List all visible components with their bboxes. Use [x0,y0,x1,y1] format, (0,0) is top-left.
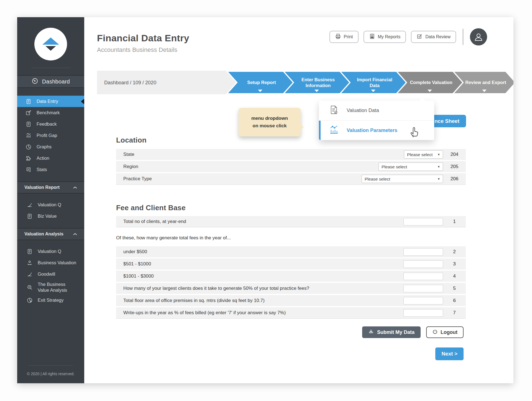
sidebar-item-benchmark[interactable]: Benchmark [17,107,84,118]
region-select[interactable]: Please select [378,163,443,171]
sidebar-item-label: Action [37,156,49,161]
table-row-state: State Please select ▼ 204 [116,149,466,160]
next-row: Next > [116,347,466,360]
report-icon [369,33,375,40]
sidebar-item-label: Goodwill [38,271,55,277]
fee-input-4[interactable] [403,273,443,280]
step-label: Enter Business Information [295,71,341,94]
fee-input-5[interactable] [403,285,443,292]
sidebar-item-valuation-q-report[interactable]: Valuation Q [17,199,84,210]
valuation-report-items: Valuation Q Biz Value [17,194,84,222]
valuation-parameters-chart-icon [329,125,339,136]
sidebar-item-label: Stats [37,167,47,172]
sidebar-item-action[interactable]: Action [17,153,84,164]
fee-input-2[interactable] [403,248,443,256]
state-select[interactable]: Please select [404,150,443,159]
state-select-wrap: Please select ▼ [404,150,443,159]
breadcrumb: Dashboard / 109 / 2020 [104,80,156,85]
sidebar-section-valuation-analysis[interactable]: Valuation Analysis [17,228,84,240]
bar-chart-icon [25,133,32,138]
total-clients-input[interactable] [403,218,443,225]
region-select-wrap: Please select ▼ [378,163,443,171]
divider [463,29,463,45]
sidebar-item-label: Valuation Q [38,202,61,207]
practice-type-select-wrap: Please select ▼ [362,175,443,183]
tooltip-line1: menu dropdown [251,115,288,122]
sidebar-item-business-valuation[interactable]: Business Valuation [17,257,84,268]
sidebar-item-business-value-analysis[interactable]: The Business Value Analysis [17,280,84,295]
submit-label: Submit My Data [377,329,415,335]
total-clients-table: Total no of clients, at year-end 1 [116,216,466,227]
sidebar-item-graphs[interactable]: Graphs [17,141,84,153]
sidebar-item-dashboard[interactable]: Dashboard [17,75,84,88]
next-button[interactable]: Next > [435,347,464,360]
my-reports-label: My Reports [378,34,401,39]
table-row-largest-clients: How many of your largest clients does it… [116,283,466,294]
page-subtitle: Accountants Business Details [97,46,513,54]
sidebar-item-exit-strategy[interactable]: Exit Strategy [17,295,84,306]
sidebar-nav: Data Entry Benchmark Feedback Profit G [17,88,84,175]
logo-icon [34,28,67,60]
chevron-up-icon [73,232,77,237]
sidebar-item-label: Valuation Q [38,249,61,254]
curve-icon [27,202,33,208]
practice-type-select[interactable]: Please select [362,175,443,183]
menu-item-valuation-data[interactable]: Valuation Data [319,101,434,120]
step-review-and-export[interactable]: Review and Export [452,71,513,94]
row-label: Total no of clients, at year-end [123,219,186,224]
breadcrumb-band: Dashboard / 109 / 2020 Setup Report Ente… [97,71,485,94]
row-ref-number: 6 [443,298,466,303]
table-row-total-clients: Total no of clients, at year-end 1 [116,216,466,227]
copyright-text: © 2020 | All rights reserved. [17,372,84,376]
fee-input-3[interactable] [403,260,443,268]
sidebar-item-goodwill[interactable]: Goodwill [17,268,84,280]
row-ref-number: 2 [443,249,466,255]
annotation-tooltip: menu dropdown on mouse click [239,108,301,136]
sidebar-item-biz-value[interactable]: Biz Value [17,210,84,222]
table-row-write-ups: Write-ups in the year as % of fees bille… [116,307,466,318]
table-row-1001-3000: $1001 - $3000 4 [116,271,466,282]
row-label: State [123,152,134,157]
sidebar-footer: © 2020 | All rights reserved. [17,365,84,383]
location-table: State Please select ▼ 204 Region Please … [116,149,466,185]
step-label: Complete Valuation [408,71,454,94]
data-review-button[interactable]: Data Review [411,31,456,43]
menu-item-label: Valuation Data [347,108,379,113]
sidebar-item-label: Feedback [37,121,57,127]
sidebar-item-label: Benchmark [37,110,60,115]
sidebar-item-feedback[interactable]: Feedback [17,118,84,130]
active-indicator [319,121,321,140]
my-reports-button[interactable]: My Reports [364,31,406,43]
logo [17,17,84,75]
sidebar-item-label: Exit Strategy [38,298,64,303]
section-label: Valuation Analysis [24,232,63,237]
form-actions: Submit My Data Logout [116,326,466,338]
submit-my-data-button[interactable]: Submit My Data [362,326,421,338]
row-ref-number: 7 [443,310,466,316]
step-label: Review and Export [465,71,507,94]
fee-input-6[interactable] [403,297,443,304]
divider [29,365,73,366]
sidebar-item-profit-gap[interactable]: Profit Gap [17,130,84,141]
row-ref-number: 3 [443,261,466,267]
table-row-under-500: under $500 2 [116,246,466,257]
row-label: $1001 - $3000 [123,273,154,279]
step-label: Import Financial Data [352,71,398,94]
divider [31,68,70,68]
fee-input-7[interactable] [403,309,443,317]
document-icon [27,214,33,219]
balance-sheet-visible-text: nce Sheet [434,118,459,124]
sidebar-item-data-entry[interactable]: Data Entry [17,96,84,107]
menu-item-label: Valuation Parameters [347,128,397,133]
logout-button[interactable]: Logout [426,326,464,338]
sidebar-section-valuation-report[interactable]: Valuation Report [17,181,84,194]
section-label: Valuation Report [24,185,60,190]
sidebar-item-valuation-q-analysis[interactable]: Valuation Q [17,246,84,257]
sidebar-item-label: The Business Value Analysis [38,281,76,293]
print-button[interactable]: Print [329,31,359,43]
user-avatar[interactable] [470,28,487,45]
table-row-practice-type: Practice Type Please select ▼ 206 [116,173,466,184]
row-ref-number: 204 [443,152,466,157]
sidebar-item-stats[interactable]: Stats [17,164,84,175]
row-label: $501 - $1000 [123,261,151,267]
